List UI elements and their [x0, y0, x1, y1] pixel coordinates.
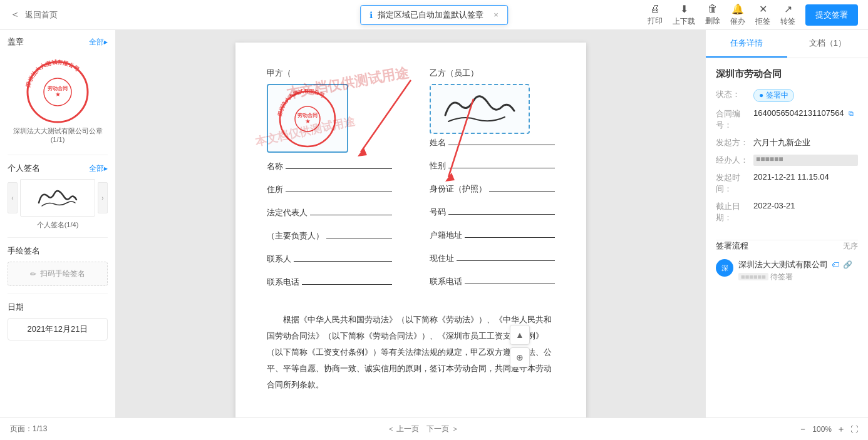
handwrite-title: 手绘签名 — [8, 245, 40, 257]
stamp-item[interactable]: 劳动合同 深圳法大大测试有限公司 ★ 深圳法大大测试有限公司公章(1/1) — [8, 53, 108, 148]
date-value: 2021年12月21日 — [28, 324, 88, 334]
company-stamp-svg: 劳动合同 深圳法大大测试有限公司 ★ — [23, 58, 92, 126]
back-button[interactable]: ＜ 返回首页 — [10, 8, 58, 21]
handwrite-section: 手绘签名 ✏ 扫码手绘签名 — [0, 240, 115, 291]
submit-button[interactable]: 提交签署 — [805, 4, 858, 26]
next-arrow[interactable]: › — [98, 182, 108, 213]
svg-text:深圳法大大测试有限公司: 深圳法大大测试有限公司 — [25, 59, 81, 88]
urge-label: 催办 — [730, 16, 745, 27]
deadline-label: 截止日期： — [716, 201, 753, 223]
zoom-level: 100% — [812, 425, 832, 434]
field-time: 发起时间： 2021-12-21 11.15.04 — [716, 172, 858, 195]
zoom-out-button[interactable]: － — [798, 424, 807, 435]
personal-sign-carousel: ‹ › — [8, 179, 108, 217]
field-gender: 性别 — [430, 157, 555, 171]
handwrite-button[interactable]: ✏ 扫码手绘签名 — [8, 262, 108, 286]
personal-sign-all[interactable]: 全部▸ — [89, 163, 108, 174]
reject-button[interactable]: ✕ 拒签 — [755, 3, 770, 27]
stamp-box[interactable]: 劳动合同 ★ 深圳法大大测试有限公司 — [267, 84, 348, 153]
bottom-bar: 页面：1/13 ＜ 上一页 下一页 ＞ － 100% ＋ ⛶ — [0, 417, 868, 440]
reject-label: 拒签 — [755, 16, 770, 27]
party-a-column: 甲方（ 劳动合同 ★ 深圳法大大测试有限公司 — [267, 68, 392, 297]
toolbar: ＜ 返回首页 ℹ 指定区域已自动加盖默认签章 × 🖨 打印 ⬇ 上下载 🗑 删除… — [0, 0, 868, 30]
download-button[interactable]: ⬇ 上下载 — [673, 3, 695, 27]
print-label: 打印 — [648, 16, 663, 26]
sign-image-box — [20, 179, 95, 217]
zoom-controls: － 100% ＋ ⛶ — [798, 424, 858, 435]
handwrite-btn-label: 扫码手绘签名 — [40, 269, 85, 279]
delete-button[interactable]: 🗑 删除 — [705, 3, 720, 26]
flow-tag-icon[interactable]: 🏷 — [832, 260, 839, 269]
reject-icon: ✕ — [759, 3, 767, 15]
flow-title: 签署流程 — [716, 240, 748, 252]
contract-title: 深圳市劳动合同 — [716, 68, 858, 80]
main-content: 盖章 全部▸ 劳动合同 深圳法大大测试有限公司 — [0, 30, 868, 417]
svg-text:★: ★ — [304, 118, 310, 125]
contract-id-label: 合同编号： — [716, 108, 753, 131]
next-page-button[interactable]: 下一页 ＞ — [426, 424, 458, 434]
print-button[interactable]: 🖨 打印 — [648, 3, 663, 26]
field-id-number: 号码 — [430, 203, 555, 218]
info-icon: ℹ — [369, 10, 373, 20]
field-main-person: （主要负责人） — [267, 227, 392, 242]
handler-label: 经办人： — [716, 155, 753, 166]
stamp-all[interactable]: 全部▸ — [89, 37, 108, 48]
transfer-button[interactable]: ↗ 转签 — [780, 3, 795, 27]
right-panel: 任务详情 文档（1） 深圳市劳动合同 状态： ● 签署中 合同编号： 16400… — [705, 30, 868, 417]
field-id-type: 身份证（护照） — [430, 180, 555, 195]
zoom-in-button[interactable]: ＋ — [837, 424, 845, 435]
field-name-b: 姓名 — [430, 134, 555, 148]
doc-stamp-svg: 劳动合同 ★ 深圳法大大测试有限公司 — [273, 89, 342, 148]
date-title: 日期 — [8, 302, 24, 313]
signature-box[interactable] — [430, 84, 530, 134]
flow-name: 深圳法大大测试有限公司 🏷 🔗 — [738, 259, 858, 270]
flow-info: 深圳法大大测试有限公司 🏷 🔗 ■■■■■■ 待签署 — [738, 259, 858, 282]
svg-text:★: ★ — [55, 91, 61, 98]
copy-icon[interactable]: ⧉ — [849, 110, 854, 117]
toolbar-right: 🖨 打印 ⬇ 上下载 🗑 删除 🔔 催办 ✕ 拒签 ↗ 转签 提交签署 — [648, 3, 858, 27]
field-contact-a: 联系人 — [267, 250, 392, 265]
scroll-up-button[interactable]: ▲ — [510, 325, 530, 345]
toast-text: 指定区域已自动加盖默认签章 — [378, 9, 483, 21]
field-address-a: 住所 — [267, 181, 392, 195]
scroll-down-button[interactable]: ⊕ — [510, 347, 530, 367]
close-icon[interactable]: × — [493, 10, 499, 19]
back-arrow-icon: ＜ — [10, 8, 20, 21]
field-issuer: 发起方： 六月十九新企业 — [716, 137, 858, 148]
field-handler: 经办人： ■■■■■■ — [716, 155, 858, 166]
party-b-column: 乙方（员工） 姓名 性别 — [430, 68, 555, 296]
flow-link-icon[interactable]: 🔗 — [843, 260, 852, 269]
stamp-label: 深圳法大大测试有限公司公章(1/1) — [13, 126, 103, 143]
personal-sign-section: 个人签名 全部▸ ‹ › 个人签名(1/4) — [0, 158, 115, 235]
pencil-icon: ✏ — [30, 270, 36, 279]
delete-label: 删除 — [705, 16, 720, 26]
field-huji: 户籍地址 — [430, 227, 555, 241]
download-label: 上下载 — [673, 16, 695, 27]
prev-page-button[interactable]: ＜ 上一页 — [387, 424, 419, 434]
issuer-label: 发起方： — [716, 137, 753, 148]
personal-sign-title: 个人签名 — [8, 163, 40, 174]
page-nav: ＜ 上一页 下一页 ＞ — [387, 424, 459, 434]
field-phone-a: 联系电话 — [267, 274, 392, 288]
date-box[interactable]: 2021年12月21日 — [8, 318, 108, 340]
handler-value: ■■■■■■ — [753, 155, 858, 166]
doc-page: 本文档仅供测试用途 本文档仅供测试用途 甲方（ — [235, 43, 586, 417]
tab-task[interactable]: 任务详情 — [706, 30, 787, 58]
tab-doc[interactable]: 文档（1） — [787, 30, 869, 58]
prev-arrow[interactable]: ‹ — [8, 182, 18, 213]
field-current-address: 现住址 — [430, 250, 555, 264]
time-value: 2021-12-21 11.15.04 — [753, 172, 858, 195]
flow-item: 深 深圳法大大测试有限公司 🏷 🔗 ■■■■■■ 待签署 — [716, 259, 858, 282]
field-name-a: 名称 — [267, 158, 392, 172]
personal-sign-label: 个人签名(1/4) — [8, 220, 108, 230]
flow-status: ■■■■■■ 待签署 — [738, 272, 858, 282]
fullscreen-icon[interactable]: ⛶ — [850, 425, 858, 434]
left-sidebar: 盖章 全部▸ 劳动合同 深圳法大大测试有限公司 — [0, 30, 116, 417]
issuer-value: 六月十九新企业 — [753, 137, 858, 148]
field-contract-id: 合同编号： 16400565042131107564 ⧉ — [716, 108, 858, 131]
page-info: 页面：1/13 — [10, 424, 47, 434]
stamp-section: 盖章 全部▸ 劳动合同 深圳法大大测试有限公司 — [0, 30, 115, 152]
doc-viewer[interactable]: 本文档仅供测试用途 本文档仅供测试用途 甲方（ — [116, 30, 705, 417]
urge-button[interactable]: 🔔 催办 — [730, 3, 745, 27]
date-section: 日期 2021年12月21日 — [0, 297, 115, 345]
